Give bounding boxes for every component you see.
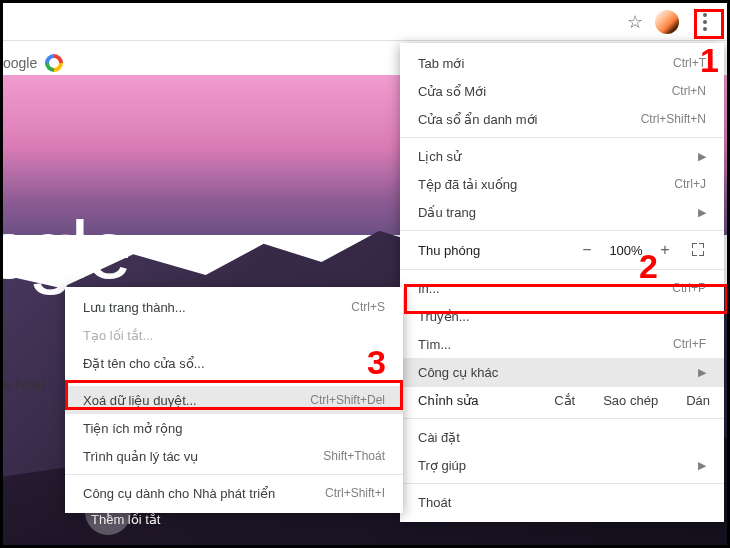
menu-separator	[65, 381, 403, 382]
menu-zoom-row: Thu phóng − 100% +	[400, 235, 724, 265]
toolbar: ☆	[3, 3, 727, 41]
submenu-name-window[interactable]: Đặt tên cho cửa sổ...	[65, 349, 403, 377]
zoom-label: Thu phóng	[418, 243, 568, 258]
chevron-right-icon: ▶	[698, 366, 706, 379]
menu-bookmarks[interactable]: Dấu trang ▶	[400, 198, 724, 226]
chevron-right-icon: ▶	[698, 206, 706, 219]
address-text: oogle	[3, 55, 37, 71]
menu-print[interactable]: In... Ctrl+P	[400, 274, 724, 302]
zoom-in-button[interactable]: +	[654, 241, 676, 259]
menu-downloads[interactable]: Tệp đã tải xuống Ctrl+J	[400, 170, 724, 198]
edit-cut-button[interactable]: Cắt	[540, 393, 589, 408]
menu-help[interactable]: Trợ giúp ▶	[400, 451, 724, 479]
more-tools-submenu: Lưu trang thành... Ctrl+S Tạo lối tắt...…	[65, 287, 403, 513]
chevron-right-icon: ▶	[698, 150, 706, 163]
menu-edit-row: Chỉnh sửa Cắt Sao chép Dán	[400, 386, 724, 414]
submenu-task-manager[interactable]: Trình quản lý tác vụ Shift+Thoát	[65, 442, 403, 470]
bookmark-star-icon[interactable]: ☆	[627, 11, 643, 33]
menu-find[interactable]: Tìm... Ctrl+F	[400, 330, 724, 358]
submenu-save-page[interactable]: Lưu trang thành... Ctrl+S	[65, 293, 403, 321]
submenu-create-shortcut: Tạo lối tắt...	[65, 321, 403, 349]
address-bar-partial: oogle	[3, 51, 63, 75]
submenu-developer-tools[interactable]: Công cụ dành cho Nhà phát triển Ctrl+Shi…	[65, 479, 403, 507]
profile-avatar[interactable]	[655, 10, 679, 34]
google-favicon-icon	[45, 54, 63, 72]
menu-cast[interactable]: Truyền...	[400, 302, 724, 330]
submenu-extensions[interactable]: Tiện ích mở rộng	[65, 414, 403, 442]
menu-new-window[interactable]: Cửa sổ Mới Ctrl+N	[400, 77, 724, 105]
partial-background-text: e hoạt	[3, 375, 45, 393]
edit-copy-button[interactable]: Sao chép	[589, 393, 672, 408]
chevron-right-icon: ▶	[698, 459, 706, 472]
menu-history[interactable]: Lịch sử ▶	[400, 142, 724, 170]
more-menu-button[interactable]	[691, 8, 719, 36]
menu-separator	[400, 418, 724, 419]
fullscreen-icon[interactable]	[692, 243, 706, 257]
menu-new-incognito[interactable]: Cửa sổ ẩn danh mới Ctrl+Shift+N	[400, 105, 724, 133]
menu-separator	[400, 137, 724, 138]
menu-new-tab[interactable]: Tab mới Ctrl+T	[400, 49, 724, 77]
chrome-main-menu: Tab mới Ctrl+T Cửa sổ Mới Ctrl+N Cửa sổ …	[400, 43, 724, 522]
menu-separator	[400, 230, 724, 231]
submenu-clear-browsing-data[interactable]: Xoá dữ liệu duyệt... Ctrl+Shift+Del	[65, 386, 403, 414]
menu-more-tools[interactable]: Công cụ khác ▶	[400, 358, 724, 386]
menu-separator	[400, 483, 724, 484]
zoom-value: 100%	[606, 243, 646, 258]
edit-label: Chỉnh sửa	[400, 393, 540, 408]
add-shortcut-label: Thêm lối tắt	[91, 512, 160, 527]
menu-separator	[65, 474, 403, 475]
menu-exit[interactable]: Thoát	[400, 488, 724, 516]
menu-separator	[400, 269, 724, 270]
zoom-out-button[interactable]: −	[576, 241, 598, 259]
menu-settings[interactable]: Cài đặt	[400, 423, 724, 451]
edit-paste-button[interactable]: Dán	[672, 393, 724, 408]
google-logo-text: oogle	[3, 203, 129, 297]
